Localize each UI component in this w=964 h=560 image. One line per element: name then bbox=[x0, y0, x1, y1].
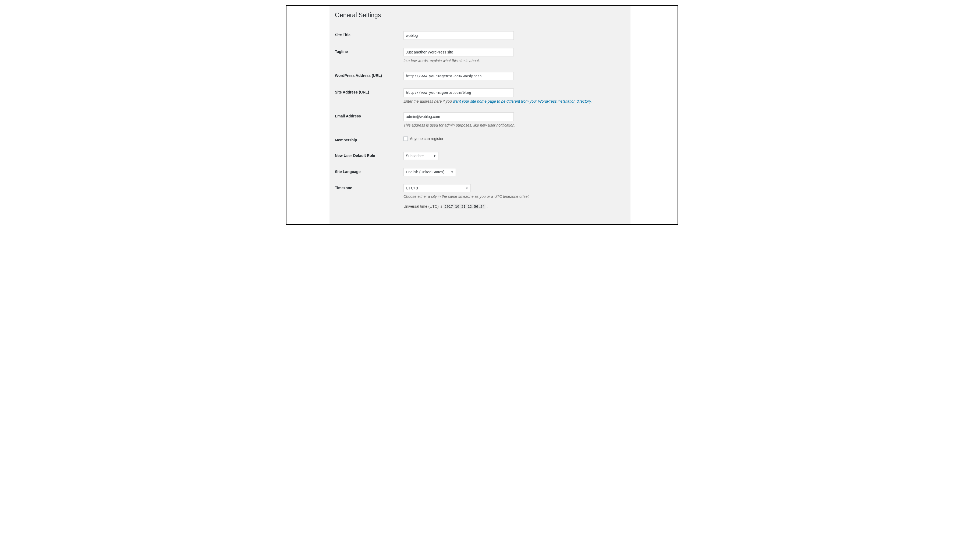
row-site-address: Site Address (URL) Enter the address her… bbox=[335, 84, 625, 108]
label-email: Email Address bbox=[335, 108, 404, 132]
site-title-input[interactable] bbox=[404, 31, 514, 40]
tagline-description: In a few words, explain what this site i… bbox=[404, 58, 622, 64]
utc-time-value: 2017-10-31 13:56:54 bbox=[443, 204, 486, 209]
chevron-down-icon: ▼ bbox=[466, 187, 468, 190]
label-timezone: Timezone bbox=[335, 180, 404, 213]
utc-prefix: Universal time (UTC) is bbox=[404, 204, 443, 209]
row-membership: Membership Anyone can register bbox=[335, 132, 625, 148]
label-site-address: Site Address (URL) bbox=[335, 84, 404, 108]
row-site-title: Site Title bbox=[335, 27, 625, 44]
membership-checkbox-wrapper[interactable]: Anyone can register bbox=[404, 136, 443, 141]
settings-content: General Settings Site Title Tagline In a… bbox=[329, 6, 630, 224]
email-input[interactable] bbox=[404, 112, 514, 121]
wp-address-input[interactable] bbox=[404, 72, 514, 80]
label-membership: Membership bbox=[335, 132, 404, 148]
site-language-select[interactable]: English (United States) ▼ bbox=[404, 168, 456, 176]
row-wp-address: WordPress Address (URL) bbox=[335, 68, 625, 84]
site-address-input[interactable] bbox=[404, 88, 514, 97]
default-role-value: Subscriber bbox=[404, 152, 432, 160]
site-language-value: English (United States) bbox=[404, 168, 453, 176]
timezone-value: UTC+0 bbox=[404, 184, 426, 192]
timezone-description: Choose either a city in the same timezon… bbox=[404, 194, 622, 200]
label-site-title: Site Title bbox=[335, 27, 404, 44]
site-address-description: Enter the address here if you want your … bbox=[404, 99, 622, 104]
default-role-select[interactable]: Subscriber ▼ bbox=[404, 152, 438, 160]
email-description: This address is used for admin purposes,… bbox=[404, 123, 622, 128]
site-address-desc-link[interactable]: want your site home page to be different… bbox=[453, 99, 592, 104]
row-timezone: Timezone UTC+0 ▼ Choose either a city in… bbox=[335, 180, 625, 213]
settings-panel-frame: General Settings Site Title Tagline In a… bbox=[286, 5, 678, 225]
label-site-language: Site Language bbox=[335, 164, 404, 180]
tagline-input[interactable] bbox=[404, 48, 514, 57]
utc-suffix: . bbox=[485, 204, 488, 209]
timezone-select[interactable]: UTC+0 ▼ bbox=[404, 184, 471, 192]
membership-checkbox-label: Anyone can register bbox=[410, 136, 443, 141]
row-email: Email Address This address is used for a… bbox=[335, 108, 625, 132]
page-title: General Settings bbox=[335, 9, 625, 20]
row-default-role: New User Default Role Subscriber ▼ bbox=[335, 148, 625, 164]
settings-form-table: Site Title Tagline In a few words, expla… bbox=[335, 27, 625, 213]
chevron-down-icon: ▼ bbox=[433, 154, 436, 157]
label-default-role: New User Default Role bbox=[335, 148, 404, 164]
row-site-language: Site Language English (United States) ▼ bbox=[335, 164, 625, 180]
row-tagline: Tagline In a few words, explain what thi… bbox=[335, 44, 625, 68]
utc-time-row: Universal time (UTC) is 2017-10-31 13:56… bbox=[404, 204, 622, 209]
site-address-desc-prefix: Enter the address here if you bbox=[404, 99, 453, 104]
label-wp-address: WordPress Address (URL) bbox=[335, 68, 404, 84]
membership-checkbox[interactable] bbox=[404, 136, 408, 141]
label-tagline: Tagline bbox=[335, 44, 404, 68]
